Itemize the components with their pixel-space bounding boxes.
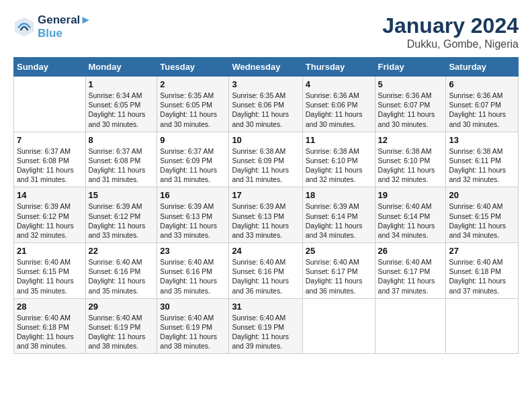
- day-info: Sunrise: 6:40 AMSunset: 6:18 PMDaylight:…: [449, 257, 515, 295]
- calendar-cell: 15Sunrise: 6:39 AMSunset: 6:12 PMDayligh…: [85, 187, 157, 243]
- calendar-cell: 26Sunrise: 6:40 AMSunset: 6:17 PMDayligh…: [375, 243, 446, 299]
- calendar-cell: 4Sunrise: 6:36 AMSunset: 6:06 PMDaylight…: [302, 77, 375, 132]
- day-number: 24: [232, 246, 299, 256]
- day-info: Sunrise: 6:40 AMSunset: 6:17 PMDaylight:…: [306, 257, 372, 295]
- day-number: 14: [17, 190, 83, 200]
- day-info: Sunrise: 6:39 AMSunset: 6:13 PMDaylight:…: [160, 201, 226, 240]
- title-block: January 2024 Dukku, Gombe, Nigeria: [382, 13, 519, 50]
- col-header-thursday: Thursday: [302, 58, 375, 77]
- calendar-cell: 12Sunrise: 6:38 AMSunset: 6:10 PMDayligh…: [375, 132, 446, 187]
- calendar-cell: 11Sunrise: 6:38 AMSunset: 6:10 PMDayligh…: [302, 132, 375, 187]
- calendar-cell: 31Sunrise: 6:40 AMSunset: 6:19 PMDayligh…: [229, 298, 302, 354]
- month-year: January 2024: [382, 13, 519, 38]
- col-header-sunday: Sunday: [14, 58, 86, 77]
- col-header-wednesday: Wednesday: [229, 58, 302, 77]
- calendar-cell: 16Sunrise: 6:39 AMSunset: 6:13 PMDayligh…: [157, 187, 229, 243]
- calendar-cell: 19Sunrise: 6:40 AMSunset: 6:14 PMDayligh…: [375, 187, 446, 243]
- day-number: 9: [160, 135, 226, 145]
- day-number: 20: [449, 190, 515, 200]
- day-info: Sunrise: 6:40 AMSunset: 6:16 PMDaylight:…: [160, 257, 226, 295]
- calendar-table: SundayMondayTuesdayWednesdayThursdayFrid…: [13, 57, 519, 354]
- calendar-cell: 9Sunrise: 6:37 AMSunset: 6:09 PMDaylight…: [157, 132, 229, 187]
- day-number: 17: [232, 190, 299, 200]
- logo-text: General► Blue: [38, 13, 91, 40]
- calendar-cell: 22Sunrise: 6:40 AMSunset: 6:16 PMDayligh…: [85, 243, 157, 299]
- calendar-cell: 17Sunrise: 6:39 AMSunset: 6:13 PMDayligh…: [229, 187, 302, 243]
- day-number: 28: [17, 302, 83, 312]
- day-info: Sunrise: 6:40 AMSunset: 6:18 PMDaylight:…: [17, 313, 83, 351]
- calendar-cell: 29Sunrise: 6:40 AMSunset: 6:19 PMDayligh…: [85, 298, 157, 354]
- day-number: 15: [89, 190, 154, 200]
- logo: General► Blue: [13, 13, 91, 40]
- day-info: Sunrise: 6:38 AMSunset: 6:09 PMDaylight:…: [232, 146, 299, 185]
- day-info: Sunrise: 6:34 AMSunset: 6:05 PMDaylight:…: [89, 91, 154, 129]
- day-info: Sunrise: 6:36 AMSunset: 6:07 PMDaylight:…: [378, 91, 443, 129]
- page-header: General► Blue January 2024 Dukku, Gombe,…: [13, 13, 519, 50]
- day-number: 25: [306, 246, 372, 256]
- day-number: 23: [160, 246, 226, 256]
- day-number: 31: [232, 302, 299, 312]
- day-number: 21: [17, 246, 83, 256]
- calendar-cell: 14Sunrise: 6:39 AMSunset: 6:12 PMDayligh…: [14, 187, 86, 243]
- day-info: Sunrise: 6:39 AMSunset: 6:12 PMDaylight:…: [17, 201, 83, 240]
- col-header-friday: Friday: [375, 58, 446, 77]
- day-info: Sunrise: 6:40 AMSunset: 6:16 PMDaylight:…: [232, 257, 299, 295]
- calendar-cell: 21Sunrise: 6:40 AMSunset: 6:15 PMDayligh…: [14, 243, 86, 299]
- day-number: 22: [89, 246, 154, 256]
- calendar-cell: 27Sunrise: 6:40 AMSunset: 6:18 PMDayligh…: [446, 243, 519, 299]
- day-number: 16: [160, 190, 226, 200]
- calendar-cell: 10Sunrise: 6:38 AMSunset: 6:09 PMDayligh…: [229, 132, 302, 187]
- location: Dukku, Gombe, Nigeria: [382, 38, 519, 50]
- calendar-cell: 6Sunrise: 6:36 AMSunset: 6:07 PMDaylight…: [446, 77, 519, 132]
- day-number: 1: [89, 79, 154, 89]
- day-info: Sunrise: 6:40 AMSunset: 6:15 PMDaylight:…: [17, 257, 83, 295]
- day-info: Sunrise: 6:38 AMSunset: 6:11 PMDaylight:…: [449, 146, 515, 185]
- day-info: Sunrise: 6:39 AMSunset: 6:12 PMDaylight:…: [89, 201, 154, 240]
- calendar-cell: 1Sunrise: 6:34 AMSunset: 6:05 PMDaylight…: [85, 77, 157, 132]
- day-number: 7: [17, 135, 83, 145]
- day-number: 13: [449, 135, 515, 145]
- day-number: 19: [378, 190, 443, 200]
- col-header-tuesday: Tuesday: [157, 58, 229, 77]
- day-info: Sunrise: 6:36 AMSunset: 6:07 PMDaylight:…: [449, 91, 515, 129]
- day-info: Sunrise: 6:37 AMSunset: 6:08 PMDaylight:…: [89, 146, 154, 185]
- calendar-cell: 25Sunrise: 6:40 AMSunset: 6:17 PMDayligh…: [302, 243, 375, 299]
- logo-icon: [13, 16, 35, 38]
- calendar-cell: [302, 298, 375, 354]
- day-number: 30: [160, 302, 226, 312]
- col-header-saturday: Saturday: [446, 58, 519, 77]
- day-number: 27: [449, 246, 515, 256]
- day-info: Sunrise: 6:40 AMSunset: 6:15 PMDaylight:…: [449, 201, 515, 240]
- day-info: Sunrise: 6:39 AMSunset: 6:14 PMDaylight:…: [306, 201, 372, 240]
- day-number: 5: [378, 79, 443, 89]
- day-number: 4: [306, 79, 372, 89]
- calendar-cell: 3Sunrise: 6:35 AMSunset: 6:06 PMDaylight…: [229, 77, 302, 132]
- day-info: Sunrise: 6:35 AMSunset: 6:06 PMDaylight:…: [232, 91, 299, 129]
- day-info: Sunrise: 6:40 AMSunset: 6:19 PMDaylight:…: [160, 313, 226, 351]
- calendar-cell: 8Sunrise: 6:37 AMSunset: 6:08 PMDaylight…: [85, 132, 157, 187]
- calendar-cell: 30Sunrise: 6:40 AMSunset: 6:19 PMDayligh…: [157, 298, 229, 354]
- day-number: 10: [232, 135, 299, 145]
- day-info: Sunrise: 6:37 AMSunset: 6:09 PMDaylight:…: [160, 146, 226, 185]
- day-number: 11: [306, 135, 372, 145]
- day-number: 12: [378, 135, 443, 145]
- day-info: Sunrise: 6:35 AMSunset: 6:05 PMDaylight:…: [160, 91, 226, 129]
- day-info: Sunrise: 6:39 AMSunset: 6:13 PMDaylight:…: [232, 201, 299, 240]
- day-info: Sunrise: 6:37 AMSunset: 6:08 PMDaylight:…: [17, 146, 83, 185]
- day-info: Sunrise: 6:40 AMSunset: 6:19 PMDaylight:…: [89, 313, 154, 351]
- calendar-cell: 13Sunrise: 6:38 AMSunset: 6:11 PMDayligh…: [446, 132, 519, 187]
- calendar-cell: 28Sunrise: 6:40 AMSunset: 6:18 PMDayligh…: [14, 298, 86, 354]
- day-info: Sunrise: 6:40 AMSunset: 6:19 PMDaylight:…: [232, 313, 299, 351]
- calendar-cell: 7Sunrise: 6:37 AMSunset: 6:08 PMDaylight…: [14, 132, 86, 187]
- calendar-cell: [446, 298, 519, 354]
- calendar-cell: 24Sunrise: 6:40 AMSunset: 6:16 PMDayligh…: [229, 243, 302, 299]
- day-info: Sunrise: 6:38 AMSunset: 6:10 PMDaylight:…: [378, 146, 443, 185]
- day-number: 8: [89, 135, 154, 145]
- day-number: 6: [449, 79, 515, 89]
- day-info: Sunrise: 6:38 AMSunset: 6:10 PMDaylight:…: [306, 146, 372, 185]
- calendar-cell: 20Sunrise: 6:40 AMSunset: 6:15 PMDayligh…: [446, 187, 519, 243]
- day-number: 26: [378, 246, 443, 256]
- calendar-cell: 2Sunrise: 6:35 AMSunset: 6:05 PMDaylight…: [157, 77, 229, 132]
- day-number: 3: [232, 79, 299, 89]
- col-header-monday: Monday: [85, 58, 157, 77]
